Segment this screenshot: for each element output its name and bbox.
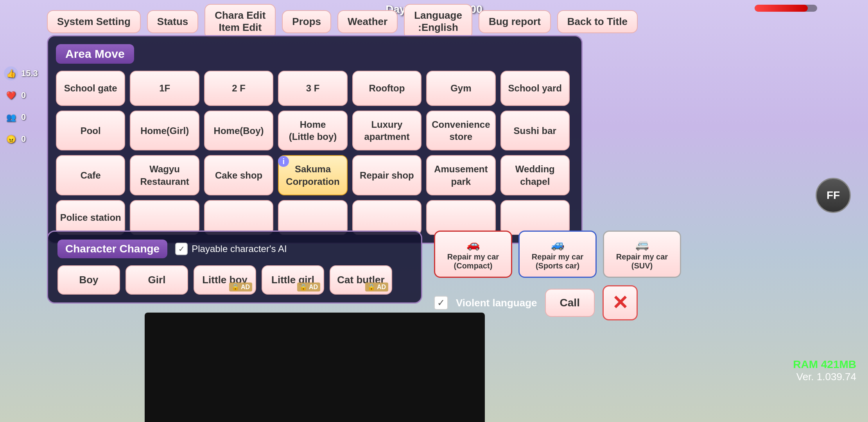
stat-likes: 👍 15.3	[4, 66, 39, 80]
location-extra5[interactable]	[426, 200, 495, 235]
repair-compact-button[interactable]: 🚗 Repair my car (Compact)	[434, 231, 512, 278]
violent-lang-label: Violent language	[456, 297, 537, 309]
violent-lang-checkbox[interactable]: ✓	[434, 296, 448, 310]
weather-button[interactable]: Weather	[337, 10, 398, 33]
location-3f[interactable]: 3 F	[278, 71, 347, 106]
chara-edit-button[interactable]: Chara Edit Item Edit	[204, 4, 276, 39]
char-change-title: Character Change	[57, 240, 167, 258]
repair-compact-label: Repair my car (Compact)	[445, 252, 502, 270]
char-little-girl-button[interactable]: Little girl 🔒 AD	[262, 265, 324, 295]
sports-car-icon: 🚙	[529, 238, 586, 251]
location-gym[interactable]: Gym	[426, 71, 495, 106]
area-grid: School gate 1F 2 F 3 F Rooftop Gym Schoo…	[56, 71, 574, 235]
location-pool[interactable]: Pool	[56, 111, 125, 150]
location-rooftop[interactable]: Rooftop	[352, 71, 421, 106]
location-police-station[interactable]: Police station	[56, 200, 125, 235]
stat-anger: 😠 0	[4, 132, 39, 146]
location-convenience-store[interactable]: Convenience store	[426, 111, 495, 150]
repair-suv-button[interactable]: 🚐 Repair my car (SUV)	[603, 231, 681, 278]
ai-checkbox-row: ✓ Playable character's AI	[175, 243, 287, 255]
sakuma-label: Sakuma Corporation	[286, 163, 339, 187]
char-little-boy-button[interactable]: Little boy 🔒 AD	[194, 265, 256, 295]
suv-car-icon: 🚐	[613, 238, 671, 251]
location-sushi-bar[interactable]: Sushi bar	[500, 111, 570, 150]
location-extra2[interactable]	[204, 200, 273, 235]
anger-value: 0	[21, 134, 26, 144]
char-boy-button[interactable]: Boy	[57, 265, 120, 295]
heart-value: 0	[21, 90, 26, 100]
location-school-gate[interactable]: School gate	[56, 71, 125, 106]
repair-sports-button[interactable]: 🚙 Repair my car (Sports car)	[518, 231, 597, 278]
little-boy-lock-icon: 🔒 AD	[229, 283, 252, 291]
little-girl-lock-icon: 🔒 AD	[297, 283, 320, 291]
location-extra6[interactable]	[500, 200, 570, 235]
top-menu: System Setting Status Chara Edit Item Ed…	[47, 4, 829, 39]
location-sakuma-corporation[interactable]: i Sakuma Corporation	[278, 155, 347, 195]
heart-icon: ❤️	[4, 88, 18, 102]
location-extra1[interactable]	[130, 200, 199, 235]
stat-heart: ❤️ 0	[4, 88, 39, 102]
repair-car-buttons: 🚗 Repair my car (Compact) 🚙 Repair my ca…	[434, 231, 681, 278]
location-extra4[interactable]	[352, 200, 421, 235]
video-area	[145, 313, 485, 422]
location-cake-shop[interactable]: Cake shop	[204, 155, 273, 195]
call-button[interactable]: Call	[545, 289, 595, 317]
ff-button[interactable]: FF	[816, 178, 851, 213]
bug-report-button[interactable]: Bug report	[479, 10, 551, 33]
char-panel-header: Character Change ✓ Playable character's …	[57, 240, 412, 258]
location-repair-shop[interactable]: Repair shop	[352, 155, 421, 195]
status-button[interactable]: Status	[147, 10, 198, 33]
anger-icon: 😠	[4, 132, 18, 146]
group-icon: 👥	[4, 110, 18, 124]
location-extra3[interactable]	[278, 200, 347, 235]
location-1f[interactable]: 1F	[130, 71, 199, 106]
location-amusement-park[interactable]: Amusement park	[426, 155, 495, 195]
area-move-title: Area Move	[56, 44, 134, 64]
location-home-little-boy[interactable]: Home (Little boy)	[278, 111, 347, 150]
location-school-yard[interactable]: School yard	[500, 71, 570, 106]
area-move-panel: Area Move School gate 1F 2 F 3 F Rooftop…	[47, 35, 583, 244]
location-home-boy[interactable]: Home(Boy)	[204, 111, 273, 150]
left-sidebar: 👍 15.3 ❤️ 0 👥 0 😠 0	[0, 63, 43, 150]
location-home-girl[interactable]: Home(Girl)	[130, 111, 199, 150]
ai-label: Playable character's AI	[192, 243, 287, 254]
location-2f[interactable]: 2 F	[204, 71, 273, 106]
repair-sports-label: Repair my car (Sports car)	[529, 252, 586, 270]
system-setting-button[interactable]: System Setting	[47, 10, 141, 33]
back-to-title-button[interactable]: Back to Title	[557, 10, 638, 33]
ram-text: RAM 421MB	[793, 358, 856, 371]
likes-icon: 👍	[4, 66, 18, 80]
close-button[interactable]: ✕	[603, 285, 638, 320]
char-change-panel: Character Change ✓ Playable character's …	[47, 231, 422, 304]
char-buttons: Boy Girl Little boy 🔒 AD Little girl 🔒 A…	[57, 265, 412, 295]
ai-checkbox[interactable]: ✓	[175, 243, 188, 255]
location-wedding-chapel[interactable]: Wedding chapel	[500, 155, 570, 195]
group-value: 0	[21, 112, 26, 122]
language-button[interactable]: Language :English	[404, 4, 472, 39]
cat-butler-lock-icon: 🔒 AD	[365, 283, 388, 291]
location-luxury-apartment[interactable]: Luxury apartment	[352, 111, 421, 150]
compact-car-icon: 🚗	[445, 238, 502, 251]
ram-info: RAM 421MB Ver. 1.039.74	[793, 358, 856, 383]
stat-group: 👥 0	[4, 110, 39, 124]
repair-suv-label: Repair my car (SUV)	[613, 252, 671, 270]
likes-value: 15.3	[21, 68, 38, 79]
location-wagyu-restaurant[interactable]: Wagyu Restaurant	[130, 155, 199, 195]
version-text: Ver. 1.039.74	[793, 371, 856, 383]
char-cat-butler-button[interactable]: Cat butler 🔒 AD	[330, 265, 392, 295]
char-girl-button[interactable]: Girl	[126, 265, 188, 295]
location-cafe[interactable]: Cafe	[56, 155, 125, 195]
props-button[interactable]: Props	[282, 10, 331, 33]
